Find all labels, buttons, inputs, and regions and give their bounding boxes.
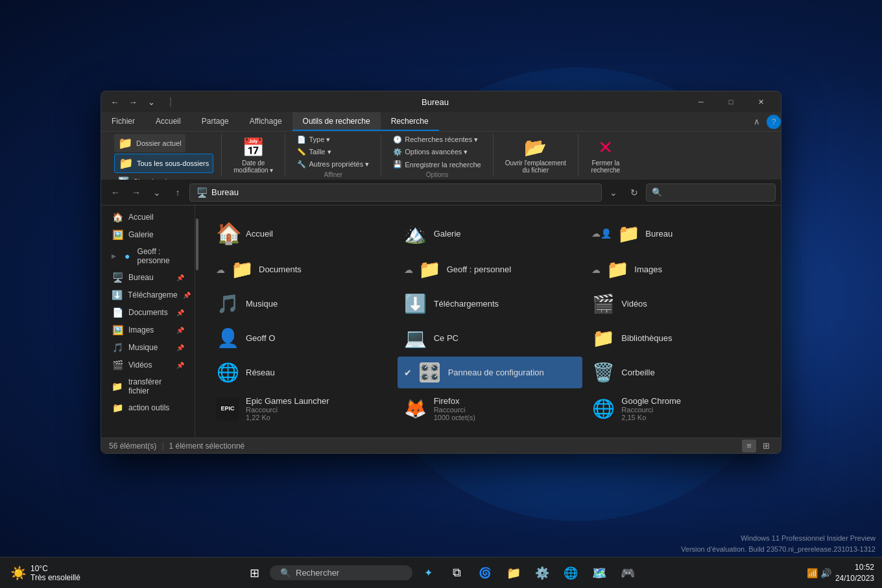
item-firefox[interactable]: 🦊 Firefox Raccourci 1000 octet(s) [398,391,583,427]
taskbar-copilot-btn[interactable]: ✦ [415,560,441,586]
item-accueil[interactable]: 🏠 Accueil [209,216,395,251]
clock-date: 24/10/2023 [835,573,874,584]
item-telechargements[interactable]: ⬇️ Téléchargements [398,288,583,320]
recent-locations-button[interactable]: ⌄ [148,183,166,202]
ce-pc-name: Ce PC [434,333,459,343]
start-button[interactable]: ⊞ [241,560,267,586]
telechargements-item-icon: ⬇️ [404,293,427,314]
sidebar-item-images[interactable]: 🖼️ Images 📌 [104,322,192,338]
taskbar-chrome-taskbar-btn[interactable]: 🌐 [558,560,584,586]
taskbar-search[interactable]: 🔍 Rechercher [270,565,412,580]
btn-fermer-recherche[interactable]: ✕ Fermer larecherche [586,134,625,176]
ribbon-collapse-btn[interactable]: ∧ [748,113,765,130]
grid-view-btn[interactable]: ⊞ [759,440,773,453]
tab-recherche[interactable]: Recherche [381,112,439,131]
sidebar-item-documents[interactable]: 📄 Documents 📌 [104,304,192,321]
btn-recherches-recentes[interactable]: 🕐 Recherches récentes ▾ [389,134,484,145]
docs-cloud-icon: ☁ [216,265,225,275]
btn-sous-dossiers[interactable]: 📁 Tous les sous-dossiers [114,154,213,173]
qat-down[interactable]: ⌄ [143,93,160,110]
item-reseau[interactable]: 🌐 Réseau [209,357,395,388]
list-view-btn[interactable]: ≡ [742,440,756,453]
tab-outils-recherche[interactable]: Outils de recherche [292,112,381,131]
btn-ouvrir-emplacement[interactable]: 📂 Ouvrir l'emplacementdu fichier [501,134,570,176]
dropdown-button[interactable]: ⌄ [604,183,623,202]
btn-taille[interactable]: 📏 Taille ▾ [293,147,373,158]
item-bureau[interactable]: ☁👤 📁 Bureau [585,216,770,251]
btn-enregistrer-recherche[interactable]: 💾 Enregistrer la recherche [389,159,484,170]
weather-info: 10°C Très ensoleillé [30,564,80,582]
sidebar-item-telechargements[interactable]: ⬇️ Téléchargeme 📌 [104,287,192,303]
back-button[interactable]: ← [106,183,125,202]
close-button[interactable]: ✕ [746,91,776,112]
ribbon-group-ouvrir: 📂 Ouvrir l'emplacementdu fichier [494,134,578,177]
item-geoff-personnel[interactable]: ☁ 📁 Geoff : personnel [398,253,583,285]
item-chrome[interactable]: 🌐 Google Chrome Raccourci 2,15 Ko [585,391,770,427]
clock[interactable]: 10:52 24/10/2023 [835,562,874,584]
tab-partage[interactable]: Partage [191,112,239,131]
network-icon: 📶 [807,568,818,578]
refresh-button[interactable]: ↻ [625,183,643,202]
btn-options-avancees[interactable]: ⚙️ Options avancées ▾ [389,147,484,158]
bureau-item-icon: 📁 [617,223,640,244]
item-ce-pc[interactable]: 💻 Ce PC [398,322,583,354]
taskbar-maps-btn[interactable]: 🗺️ [586,560,612,586]
taskbar-edge-btn[interactable]: 🌀 [472,560,498,586]
item-documents[interactable]: ☁ 📁 Documents [209,253,395,285]
bureau-cloud-icon: ☁👤 [591,228,612,239]
taskbar-explorer-btn[interactable]: 📁 [501,560,527,586]
btn-dossier-actuel[interactable]: 📁 Dossier actuel [114,134,185,152]
item-corbeille[interactable]: 🗑️ Corbeille [585,357,770,388]
sidebar-item-accueil[interactable]: 🏠 Accueil [104,209,192,226]
epic-sub1: Raccourci [246,406,329,414]
sidebar-scrollbar-thumb[interactable] [196,218,198,270]
btn-type[interactable]: 📄 Type ▾ [293,134,373,145]
sidebar-scrollbar[interactable] [195,206,199,438]
help-btn[interactable]: ? [767,115,781,129]
qat-back[interactable]: ← [106,93,123,110]
title-bar: ← → ⌄ | Bureau ─ □ ✕ [101,91,781,112]
sidebar-item-galerie[interactable]: 🖼️ Galerie [104,226,192,243]
item-panneau-config[interactable]: ✔ 🎛️ Panneau de configuration [398,357,583,388]
item-videos[interactable]: 🎬 Vidéos [585,288,770,320]
sidebar-item-transferer[interactable]: 📁 transférer fichier [104,374,192,399]
sidebar-item-musique[interactable]: 🎵 Musique 📌 [104,339,192,356]
up-button[interactable]: ↑ [169,183,187,202]
address-path[interactable]: 🖥️ Bureau [189,183,602,202]
affiner-group-label: Affiner [324,170,342,178]
sidebar-item-bureau[interactable]: 🖥️ Bureau 📌 [104,269,192,286]
sidebar-item-geoff-personne[interactable]: ▶ ● Geoff : personne [104,244,192,268]
item-musique[interactable]: 🎵 Musique [209,288,395,320]
taskbar-search-icon: 🔍 [280,568,291,578]
taskbar-settings-btn[interactable]: ⚙️ [529,560,555,586]
tab-accueil[interactable]: Accueil [145,112,191,131]
window-controls: ─ □ ✕ [686,91,776,112]
minimize-button[interactable]: ─ [686,91,716,112]
sidebar-item-actions[interactable]: 📁 action outils [104,399,192,416]
item-bibliotheques[interactable]: 📁 Bibliothèques [585,322,770,354]
address-end: ⌄ ↻ [604,183,643,202]
item-images[interactable]: ☁ 📁 Images [585,253,770,285]
epic-name: Epic Games Launcher [246,396,329,406]
epic-icon: EPIC [216,397,239,421]
item-galerie[interactable]: 🏔️ Galerie [398,216,583,251]
tab-fichier[interactable]: Fichier [101,112,145,131]
sidebar-item-videos[interactable]: 🎬 Vidéos 📌 [104,357,192,373]
btn-autres-prop[interactable]: 🔧 Autres propriétés ▾ [293,159,373,170]
qat-forward[interactable]: → [125,93,141,110]
taskbar-weather[interactable]: ☀️ 10°C Très ensoleillé [5,564,86,582]
btn-date-modification[interactable]: 📅 Date demodification ▾ [230,134,277,176]
xbox-icon: 🎮 [621,566,635,580]
tab-affichage[interactable]: Affichage [239,112,292,131]
search-box[interactable]: 🔍 [646,183,776,202]
forward-button[interactable]: → [127,183,145,202]
dossier-actuel-icon: 📁 [118,136,132,150]
documents-item-icon: 📁 [230,259,254,280]
ribbon-group-options: 🕐 Recherches récentes ▾ ⚙️ Options avanc… [381,134,493,177]
item-geoff-o[interactable]: 👤 Geoff O [209,322,395,354]
taskbar-taskview-btn[interactable]: ⧉ [444,560,470,586]
maximize-button[interactable]: □ [716,91,746,112]
taskbar-xbox-btn[interactable]: 🎮 [615,560,641,586]
item-epic-games[interactable]: EPIC Epic Games Launcher Raccourci 1,22 … [209,391,395,427]
sous-dossiers-icon: 📁 [119,156,133,171]
